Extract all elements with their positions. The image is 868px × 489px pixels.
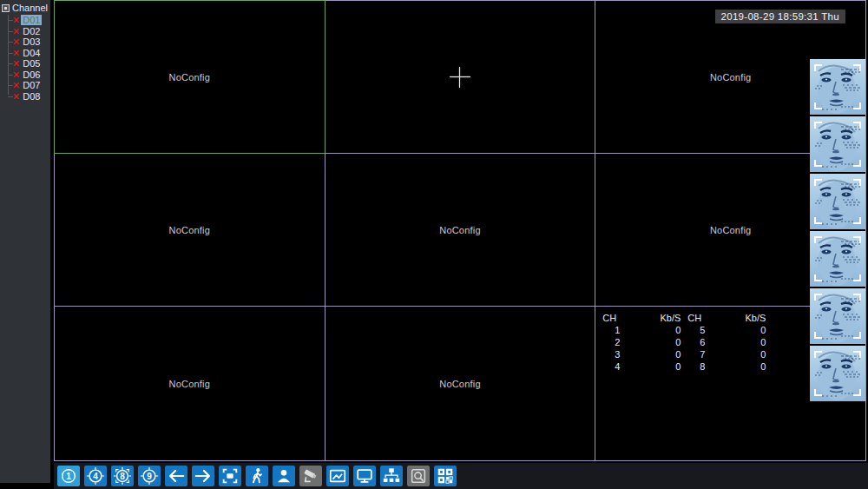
channel-item-d04[interactable]: ✕ D04 bbox=[0, 48, 50, 59]
noconfig-label: NoConfig bbox=[439, 379, 480, 389]
view-eight-button[interactable]: 8 bbox=[111, 466, 134, 486]
view-nine-button[interactable]: 9 bbox=[138, 466, 161, 486]
video-cell-2[interactable] bbox=[326, 1, 595, 153]
noconfig-label: NoConfig bbox=[710, 72, 751, 83]
offline-x-icon: ✕ bbox=[12, 16, 20, 24]
bitrate-table: CH Kb/S CH Kb/S 1 0 5 0 2 0 6 0 bbox=[599, 313, 769, 373]
svg-text:9: 9 bbox=[147, 472, 152, 481]
disk-search-icon bbox=[409, 466, 428, 486]
offline-x-icon: ✕ bbox=[12, 27, 20, 36]
page-previous-button[interactable] bbox=[165, 466, 187, 486]
video-cell-5[interactable]: NoConfig bbox=[326, 154, 595, 306]
video-cell-8[interactable]: NoConfig bbox=[326, 307, 595, 460]
noconfig-label: NoConfig bbox=[169, 225, 210, 235]
face-snapshot-thumbnail[interactable] bbox=[810, 288, 865, 344]
ptz-control-button[interactable] bbox=[299, 466, 322, 486]
face-snapshot-panel bbox=[810, 59, 866, 403]
view-quad-button[interactable]: 4 bbox=[84, 466, 107, 486]
svg-text:4: 4 bbox=[93, 472, 98, 481]
page-next-button[interactable] bbox=[192, 466, 214, 486]
motion-detect-button[interactable] bbox=[246, 466, 268, 486]
view-8-icon: 8 bbox=[113, 466, 132, 486]
network-button[interactable] bbox=[380, 466, 403, 486]
walking-person-icon bbox=[247, 466, 266, 486]
picture-frame-icon bbox=[328, 466, 347, 486]
video-grid: NoConfig NoConfig NoConfig NoConfig NoCo… bbox=[54, 0, 866, 461]
bitrate-row: 2 0 6 0 bbox=[599, 337, 769, 349]
focus-square-icon bbox=[220, 466, 240, 486]
channel-item-d02[interactable]: ✕ D02 bbox=[0, 26, 50, 37]
video-cell-1[interactable]: NoConfig bbox=[55, 1, 325, 153]
face-snapshot-thumbnail[interactable] bbox=[810, 346, 865, 401]
channel-tree-label: Channel bbox=[12, 3, 48, 13]
channel-matrix-button[interactable] bbox=[434, 466, 457, 486]
storage-search-button[interactable] bbox=[407, 466, 430, 486]
arrow-right-icon bbox=[194, 466, 213, 486]
view-9-icon: 9 bbox=[140, 466, 159, 486]
crosshair-cursor bbox=[450, 67, 470, 88]
video-cell-7[interactable]: NoConfig bbox=[55, 307, 325, 460]
arrow-left-icon bbox=[167, 466, 186, 486]
dvr-monitor-window: { "sidebar": { "header": "Channel", "cha… bbox=[0, 0, 868, 489]
qr-grid-icon bbox=[436, 466, 455, 486]
face-snapshot-thumbnail[interactable] bbox=[810, 116, 865, 172]
offline-x-icon: ✕ bbox=[12, 81, 20, 89]
face-snapshot-thumbnail[interactable] bbox=[810, 59, 865, 115]
fullscreen-button[interactable] bbox=[219, 466, 241, 486]
channel-sidebar: Channel ✕ D01 ✕ D02 ✕ D03 ✕ D04 ✕ D05 ✕ … bbox=[0, 0, 50, 483]
network-tree-icon bbox=[382, 466, 401, 486]
monitor-icon bbox=[355, 466, 374, 486]
channel-item-d06[interactable]: ✕ D06 bbox=[0, 69, 50, 81]
ptz-camera-icon bbox=[301, 466, 320, 486]
view-single-button[interactable]: 1 bbox=[57, 466, 80, 486]
offline-x-icon: ✕ bbox=[12, 49, 20, 57]
face-snapshot-thumbnail[interactable] bbox=[810, 231, 865, 287]
output-adjust-button[interactable] bbox=[353, 466, 376, 486]
face-snapshot-thumbnail[interactable] bbox=[810, 174, 865, 229]
channel-item-d05[interactable]: ✕ D05 bbox=[0, 58, 50, 69]
channel-item-d01[interactable]: ✕ D01 bbox=[0, 15, 50, 26]
offline-x-icon: ✕ bbox=[12, 92, 20, 101]
noconfig-label: NoConfig bbox=[169, 379, 210, 389]
channel-tree: ✕ D01 ✕ D02 ✕ D03 ✕ D04 ✕ D05 ✕ D06 ✕ D0… bbox=[0, 15, 50, 102]
view-1-icon: 1 bbox=[59, 466, 78, 486]
tree-node-icon bbox=[2, 4, 10, 12]
channel-item-d08[interactable]: ✕ D08 bbox=[0, 91, 50, 102]
channel-item-d03[interactable]: ✕ D03 bbox=[0, 36, 50, 48]
bitrate-row: 3 0 7 0 bbox=[599, 349, 769, 361]
noconfig-label: NoConfig bbox=[710, 225, 751, 235]
svg-text:1: 1 bbox=[66, 472, 71, 481]
system-timestamp: 2019-08-29 18:59:31 Thu bbox=[715, 10, 846, 23]
person-bust-icon bbox=[274, 466, 293, 486]
noconfig-label: NoConfig bbox=[169, 72, 210, 83]
offline-x-icon: ✕ bbox=[12, 70, 20, 79]
offline-x-icon: ✕ bbox=[12, 37, 20, 46]
channel-item-d07[interactable]: ✕ D07 bbox=[0, 80, 50, 91]
bitrate-row: 1 0 5 0 bbox=[599, 325, 769, 337]
svg-text:8: 8 bbox=[120, 472, 125, 481]
view-4-icon: 4 bbox=[86, 466, 105, 486]
offline-x-icon: ✕ bbox=[12, 59, 20, 68]
noconfig-label: NoConfig bbox=[439, 225, 480, 235]
channel-tree-root[interactable]: Channel bbox=[0, 0, 50, 14]
image-color-button[interactable] bbox=[326, 466, 349, 486]
bitrate-row: 4 0 8 0 bbox=[599, 361, 769, 373]
video-cell-4[interactable]: NoConfig bbox=[55, 154, 325, 306]
bottom-toolbar: 1 4 8 9 bbox=[54, 463, 868, 489]
face-detect-button[interactable] bbox=[273, 466, 295, 486]
